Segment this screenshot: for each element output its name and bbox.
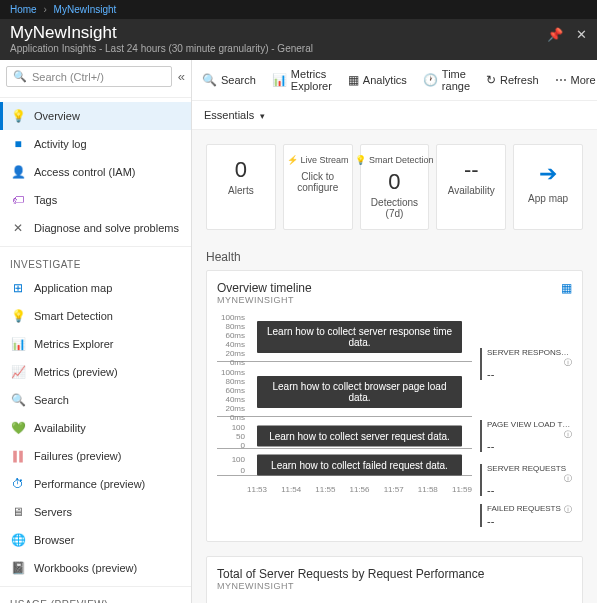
blade-header: MyNewInsight Application Insights - Last… — [0, 19, 597, 60]
sidebar-item-label: Diagnose and solve problems — [34, 222, 179, 234]
metrics-icon: 📊 — [272, 73, 287, 87]
nav-icon: 💡 — [10, 108, 26, 124]
sidebar-item-diagnose-and-solve-problems[interactable]: ✕Diagnose and solve problems — [0, 214, 191, 242]
nav-icon: ⊞ — [10, 280, 26, 296]
toolbar-refresh[interactable]: ↻Refresh — [486, 73, 539, 87]
sidebar-item-label: Browser — [34, 534, 74, 546]
section-health: Health — [192, 244, 597, 270]
sidebar-item-failures-preview-[interactable]: ∥∥Failures (preview) — [0, 442, 191, 470]
refresh-icon: ↻ — [486, 73, 496, 87]
nav-icon: 🌐 — [10, 532, 26, 548]
sidebar-item-metrics-preview-[interactable]: 📈Metrics (preview) — [0, 358, 191, 386]
sidebar-item-metrics-explorer[interactable]: 📊Metrics Explorer — [0, 330, 191, 358]
search-input[interactable]: 🔍 Search (Ctrl+/) — [6, 66, 172, 87]
toolbar-more[interactable]: ⋯More — [555, 73, 596, 87]
table-title: Total of Server Requests by Request Perf… — [217, 567, 572, 581]
sidebar-item-browser[interactable]: 🌐Browser — [0, 526, 191, 554]
essentials-toggle[interactable]: Essentials▾ — [192, 101, 597, 130]
nav-icon: ■ — [10, 136, 26, 152]
nav-icon: 🖥 — [10, 504, 26, 520]
section-investigate: INVESTIGATE — [0, 251, 191, 274]
nav-icon: 💚 — [10, 420, 26, 436]
legend-item: SERVER RESPONSE TI... ⓘ-- — [480, 348, 572, 380]
toolbar-timerange[interactable]: 🕐Time range — [423, 68, 470, 92]
toolbar-search[interactable]: 🔍Search — [202, 73, 256, 87]
card-appmap[interactable]: ➔ App map — [513, 144, 583, 230]
chart-failed-requests[interactable]: 1000Learn how to collect failed request … — [217, 455, 472, 476]
analytics-icon: ▦ — [348, 73, 359, 87]
panel-title: Overview timeline — [217, 281, 312, 295]
info-icon[interactable]: ⓘ — [564, 473, 572, 484]
sidebar-item-label: Availability — [34, 422, 86, 434]
card-livestream[interactable]: ⚡ Live Stream Click to configure — [283, 144, 353, 230]
pin-icon[interactable]: 📌 — [547, 27, 563, 42]
sidebar: 🔍 Search (Ctrl+/) « 💡Overview■Activity l… — [0, 60, 192, 603]
sidebar-item-label: Overview — [34, 110, 80, 122]
toolbar-metrics[interactable]: 📊Metrics Explorer — [272, 68, 332, 92]
info-icon[interactable]: ⓘ — [564, 429, 572, 440]
sidebar-item-access-control-iam-[interactable]: 👤Access control (IAM) — [0, 158, 191, 186]
sidebar-item-label: Workbooks (preview) — [34, 562, 137, 574]
nav-icon: 💡 — [10, 308, 26, 324]
nav-icon: 🏷 — [10, 192, 26, 208]
sidebar-item-smart-detection[interactable]: 💡Smart Detection — [0, 302, 191, 330]
card-availability[interactable]: -- Availability — [436, 144, 506, 230]
sidebar-item-activity-log[interactable]: ■Activity log — [0, 130, 191, 158]
chart-overlay[interactable]: Learn how to collect server request data… — [257, 425, 462, 446]
clock-icon: 🕐 — [423, 73, 438, 87]
grid-view-icon[interactable]: ▦ — [561, 281, 572, 295]
x-axis: 11:5311:5411:5511:5611:5711:5811:59 — [247, 482, 472, 494]
sidebar-item-label: Failures (preview) — [34, 450, 121, 462]
card-smart-detection[interactable]: 💡 Smart Detection 0 Detections (7d) — [360, 144, 430, 230]
kpi-cards: 0 Alerts ⚡ Live Stream Click to configur… — [192, 130, 597, 244]
sidebar-item-performance-preview-[interactable]: ⏱Performance (preview) — [0, 470, 191, 498]
pulse-icon: ⚡ — [287, 155, 298, 165]
nav-icon: ⏱ — [10, 476, 26, 492]
sidebar-item-label: Application map — [34, 282, 112, 294]
chart-overlay[interactable]: Learn how to collect server response tim… — [257, 321, 462, 353]
toolbar: 🔍Search 📊Metrics Explorer ▦Analytics 🕐Ti… — [192, 60, 597, 101]
search-icon: 🔍 — [202, 73, 217, 87]
info-icon[interactable]: ⓘ — [564, 504, 572, 515]
sidebar-item-label: Metrics Explorer — [34, 338, 113, 350]
legend-item: SERVER REQUESTS ⓘ-- — [480, 464, 572, 496]
sidebar-item-label: Smart Detection — [34, 310, 113, 322]
sidebar-item-label: Search — [34, 394, 69, 406]
chevron-down-icon: ▾ — [260, 111, 265, 121]
bulb-icon: 💡 — [355, 155, 366, 165]
nav-icon: 📈 — [10, 364, 26, 380]
content-pane: 🔍Search 📊Metrics Explorer ▦Analytics 🕐Ti… — [192, 60, 597, 603]
sidebar-item-application-map[interactable]: ⊞Application map — [0, 274, 191, 302]
sidebar-item-availability[interactable]: 💚Availability — [0, 414, 191, 442]
breadcrumb-current[interactable]: MyNewInsight — [54, 4, 117, 15]
nav-icon: 📊 — [10, 336, 26, 352]
page-subtitle: Application Insights - Last 24 hours (30… — [10, 43, 587, 54]
breadcrumb-home[interactable]: Home — [10, 4, 37, 15]
chart-overlay[interactable]: Learn how to collect failed request data… — [257, 455, 462, 476]
chart-page-view-load-time[interactable]: 100ms80ms60ms40ms20ms0msLearn how to col… — [217, 368, 472, 417]
collapse-sidebar-icon[interactable]: « — [178, 69, 185, 84]
sidebar-item-label: Servers — [34, 506, 72, 518]
sidebar-item-label: Performance (preview) — [34, 478, 145, 490]
sidebar-item-overview[interactable]: 💡Overview — [0, 102, 191, 130]
appmap-icon: ➔ — [518, 161, 578, 187]
sidebar-item-search[interactable]: 🔍Search — [0, 386, 191, 414]
card-alerts[interactable]: 0 Alerts — [206, 144, 276, 230]
sidebar-item-workbooks-preview-[interactable]: 📓Workbooks (preview) — [0, 554, 191, 582]
sidebar-item-servers[interactable]: 🖥Servers — [0, 498, 191, 526]
table-subtitle: MYNEWINSIGHT — [217, 581, 572, 591]
nav-icon: 👤 — [10, 164, 26, 180]
panel-subtitle: MYNEWINSIGHT — [217, 295, 312, 305]
toolbar-analytics[interactable]: ▦Analytics — [348, 73, 407, 87]
close-icon[interactable]: ✕ — [576, 27, 587, 42]
sidebar-item-tags[interactable]: 🏷Tags — [0, 186, 191, 214]
search-icon: 🔍 — [13, 70, 27, 83]
info-icon[interactable]: ⓘ — [564, 357, 572, 368]
legend-item: PAGE VIEW LOAD TIME ⓘ-- — [480, 420, 572, 452]
chart-server-response-time[interactable]: 100ms80ms60ms40ms20ms0msLearn how to col… — [217, 313, 472, 362]
page-title: MyNewInsight — [10, 23, 587, 43]
nav-icon: 🔍 — [10, 392, 26, 408]
chart-overlay[interactable]: Learn how to collect browser page load d… — [257, 376, 462, 408]
sidebar-item-label: Activity log — [34, 138, 87, 150]
chart-server-requests[interactable]: 100500Learn how to collect server reques… — [217, 423, 472, 449]
